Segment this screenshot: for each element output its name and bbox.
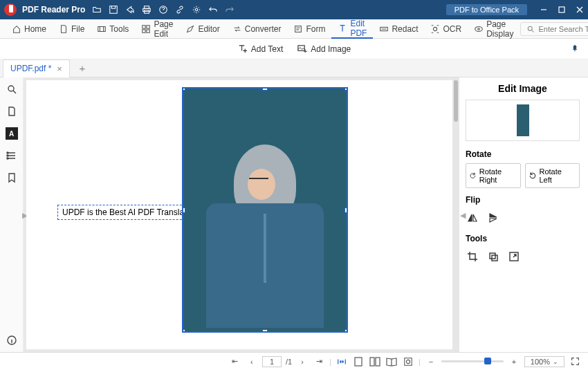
- search-input[interactable]: [539, 25, 588, 33]
- link-icon[interactable]: [175, 5, 185, 15]
- resize-handle-tm[interactable]: [262, 87, 268, 91]
- form-icon: [293, 24, 303, 34]
- crop-icon[interactable]: [467, 251, 478, 262]
- first-page-icon[interactable]: ⇤: [229, 355, 241, 368]
- ribbon-redact[interactable]: Redact: [373, 19, 424, 39]
- zoom-level[interactable]: 100% ⌄: [524, 356, 564, 367]
- zoom-slider-thumb[interactable]: [484, 358, 491, 364]
- ribbon-tools-label: Tools: [109, 24, 129, 34]
- save-icon[interactable]: [109, 5, 118, 15]
- single-page-icon[interactable]: [352, 355, 365, 368]
- rotate-right-button[interactable]: Rotate Right: [466, 163, 521, 188]
- flip-section-label: Flip: [466, 195, 580, 205]
- tab-close-icon[interactable]: ×: [57, 64, 62, 74]
- edit-sub-toolbar: Add Text Add Image: [0, 39, 588, 59]
- share-icon[interactable]: [125, 5, 135, 15]
- document-tab[interactable]: UPDF.pdf * ×: [3, 59, 70, 77]
- pin-icon[interactable]: [570, 44, 580, 55]
- export-icon[interactable]: [508, 251, 520, 262]
- selected-image[interactable]: [182, 87, 348, 333]
- ribbon-pagedisplay[interactable]: Page Display: [468, 19, 520, 39]
- expand-right-icon[interactable]: ◀: [460, 210, 466, 219]
- add-image-button[interactable]: Add Image: [297, 44, 351, 54]
- two-page-icon[interactable]: [369, 355, 381, 368]
- settings-icon[interactable]: [192, 5, 201, 15]
- ribbon-editpdf[interactable]: Edit PDF: [331, 19, 373, 39]
- ribbon-converter[interactable]: Converter: [226, 19, 288, 39]
- rotate-left-button[interactable]: Rotate Left: [525, 163, 580, 188]
- panel-title: Edit Image: [466, 83, 580, 94]
- ribbon-pagedisplay-label: Page Display: [486, 19, 513, 39]
- open-icon[interactable]: [92, 5, 102, 15]
- titlebar: PDF Reader Pro PDF to Office Pack: [0, 0, 588, 19]
- svg-rect-9: [147, 25, 149, 28]
- undo-icon[interactable]: [208, 5, 218, 15]
- zoom-out-icon[interactable]: −: [425, 355, 437, 368]
- prev-page-icon[interactable]: ‹: [246, 355, 258, 368]
- ribbon-home[interactable]: Home: [6, 19, 53, 39]
- zoom-in-icon[interactable]: +: [508, 355, 520, 368]
- search-box[interactable]: [520, 22, 588, 36]
- new-tab-button[interactable]: +: [75, 62, 89, 75]
- close-icon[interactable]: [576, 6, 584, 14]
- svg-point-17: [528, 26, 532, 30]
- replace-icon[interactable]: [488, 251, 499, 262]
- maximize-icon[interactable]: [558, 6, 566, 14]
- svg-point-14: [434, 27, 437, 30]
- app-name: PDF Reader Pro: [22, 5, 85, 15]
- resize-handle-tr[interactable]: [344, 87, 348, 91]
- add-text-button[interactable]: Add Text: [237, 44, 283, 54]
- page-input[interactable]: 1: [262, 356, 282, 367]
- sidebar-thumbnails-icon[interactable]: [6, 105, 18, 118]
- svg-rect-25: [492, 255, 497, 261]
- vertical-scrollbar[interactable]: [452, 77, 459, 352]
- addimage-icon: [297, 44, 307, 54]
- resize-handle-br[interactable]: [344, 329, 348, 333]
- ribbon-pageedit[interactable]: Page Edit: [135, 19, 179, 39]
- sidebar-outline-icon[interactable]: [6, 149, 18, 162]
- read-mode-icon[interactable]: [402, 355, 414, 368]
- book-view-icon[interactable]: [385, 355, 398, 368]
- sidebar-search-icon[interactable]: [6, 83, 18, 95]
- svg-point-21: [7, 155, 8, 156]
- fit-width-icon[interactable]: [336, 355, 348, 368]
- window-controls: [540, 6, 584, 14]
- resize-handle-ml[interactable]: [182, 207, 185, 213]
- flip-horizontal-icon[interactable]: [467, 212, 478, 223]
- last-page-icon[interactable]: ⇥: [313, 355, 325, 368]
- tools-section-label: Tools: [466, 234, 580, 243]
- ribbon-tools[interactable]: Tools: [91, 19, 135, 39]
- page-total: /1: [286, 358, 292, 366]
- print-icon[interactable]: [142, 5, 151, 15]
- document-page[interactable]: UPDF is the Best AI PDF Translato: [26, 80, 454, 349]
- svg-rect-24: [490, 253, 495, 259]
- zoom-group: − + 100% ⌄: [425, 355, 564, 368]
- next-page-icon[interactable]: ›: [296, 355, 309, 368]
- ribbon-editor-label: Editor: [198, 24, 219, 34]
- editor-icon: [185, 24, 195, 34]
- sidebar-bookmarks-icon[interactable]: [6, 172, 18, 184]
- svg-rect-6: [559, 7, 564, 12]
- flip-vertical-icon[interactable]: [488, 212, 499, 223]
- resize-handle-tl[interactable]: [182, 87, 185, 91]
- ribbon-editor[interactable]: Editor: [179, 19, 226, 39]
- resize-handle-bl[interactable]: [182, 329, 185, 333]
- ribbon-pageedit-label: Page Edit: [154, 19, 173, 39]
- ribbon-file[interactable]: File: [53, 19, 91, 39]
- zoom-slider[interactable]: [441, 360, 504, 362]
- rotate-right-label: Rotate Right: [479, 167, 517, 184]
- ribbon-form-label: Form: [306, 24, 325, 34]
- text-object[interactable]: UPDF is the Best AI PDF Translato: [57, 205, 196, 220]
- minimize-icon[interactable]: [540, 6, 548, 14]
- help-icon[interactable]: [158, 5, 168, 15]
- ribbon-form[interactable]: Form: [287, 19, 331, 39]
- sidebar-info-icon[interactable]: [6, 334, 18, 346]
- redo-icon[interactable]: [225, 5, 235, 15]
- promo-badge[interactable]: PDF to Office Pack: [446, 4, 527, 15]
- fullscreen-icon[interactable]: [569, 355, 581, 368]
- resize-handle-bm[interactable]: [262, 329, 268, 333]
- ribbon-redact-label: Redact: [392, 24, 418, 34]
- sidebar-annotations-icon[interactable]: A: [6, 127, 18, 140]
- resize-handle-mr[interactable]: [344, 207, 348, 213]
- ribbon-ocr[interactable]: OCR: [424, 19, 468, 39]
